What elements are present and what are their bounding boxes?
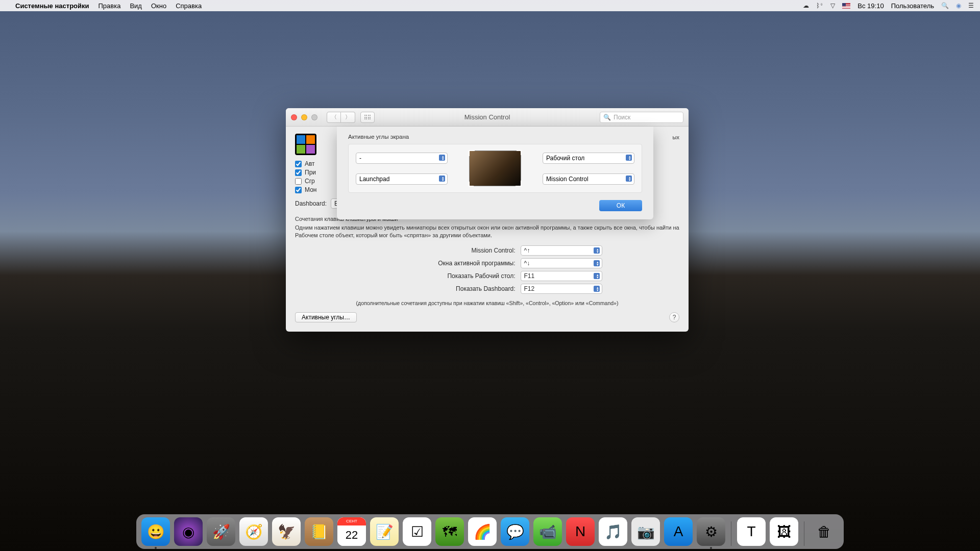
app-menu[interactable]: Системные настройки [15,2,89,10]
checkbox-switch[interactable] [295,169,302,176]
screen-thumbnail [469,151,521,186]
corner-bottom-left-select[interactable]: Launchpad▴▾ [356,173,448,185]
siri-menubar-icon[interactable]: ◉ [956,2,961,9]
help-button[interactable]: ? [669,312,679,322]
shortcut-mission-control-select[interactable]: ^↑▴▾ [521,245,602,256]
checkbox-label: Сгр [305,178,315,185]
cloud-icon[interactable]: ☁ [803,2,809,9]
dock-news[interactable]: N [566,517,595,546]
shortcut-label: Показать Dashboard: [373,285,516,292]
window-title: Mission Control [464,113,510,121]
dock-appstore[interactable]: A [664,517,693,546]
checkbox-label: Авт [305,160,315,167]
shortcut-app-windows-select[interactable]: ^↓▴▾ [521,258,602,268]
bluetooth-icon[interactable]: ᛒ⁰ [816,2,823,9]
dock-separator [804,521,804,546]
dock-safari[interactable]: 🧭 [239,517,268,546]
dock-trash[interactable]: 🗑 [810,517,839,546]
dock-settings[interactable]: ⚙ [697,517,725,546]
dock-facetime[interactable]: 📹 [533,517,562,546]
system-preferences-window: 〈 〉 Mission Control 🔍 Поиск ых Авт При [286,108,689,332]
forward-button[interactable]: 〉 [341,112,355,123]
close-button[interactable] [291,114,297,120]
shortcuts-note: (дополнительные сочетания доступны при н… [295,300,679,306]
sheet-title: Активные углы экрана [348,134,642,140]
dock-maps[interactable]: 🗺 [435,517,464,546]
menu-view[interactable]: Вид [130,2,142,10]
dashboard-label: Dashboard: [295,200,327,207]
hot-corners-sheet: Активные углы экрана -▴▾ Рабочий стол▴▾ … [337,127,653,219]
shortcut-label: Показать Рабочий стол: [373,272,516,280]
dock-mail[interactable]: 🦅 [272,517,301,546]
dock-finder[interactable]: 😀 [141,517,170,546]
window-titlebar[interactable]: 〈 〉 Mission Control 🔍 Поиск [286,108,689,127]
corner-bottom-right-select[interactable]: Mission Control▴▾ [543,173,634,185]
menu-edit[interactable]: Правка [99,2,121,10]
menu-help[interactable]: Справка [176,2,202,10]
dock-screenshot[interactable]: 📷 [631,517,660,546]
corner-top-right-select[interactable]: Рабочий стол▴▾ [543,153,634,164]
shortcut-label: Окна активной программы: [373,260,516,267]
back-button[interactable]: 〈 [327,112,341,123]
dock-contacts[interactable]: 📒 [305,517,333,546]
menubar: Системные настройки Правка Вид Окно Спра… [0,0,980,11]
minimize-button[interactable] [301,114,307,120]
search-placeholder: Поиск [614,114,630,121]
dock-messages[interactable]: 💬 [501,517,529,546]
search-input[interactable]: 🔍 Поиск [600,112,683,123]
dock-textedit[interactable]: T [737,517,766,546]
clock[interactable]: Вс 19:10 [857,2,884,10]
dock-notes[interactable]: 📝 [370,517,399,546]
checkbox-label: При [305,169,316,176]
search-icon: 🔍 [603,114,611,121]
spotlight-icon[interactable]: 🔍 [941,2,949,9]
hot-corners-button[interactable]: Активные углы… [295,312,357,322]
dock-photos[interactable]: 🌈 [468,517,497,546]
zoom-button [311,114,317,120]
dock-siri[interactable]: ◉ [174,517,203,546]
dock-itunes[interactable]: 🎵 [599,517,627,546]
mission-control-icon [295,134,316,155]
menu-window[interactable]: Окно [151,2,166,10]
checkbox-group[interactable] [295,178,302,185]
shortcut-desktop-select[interactable]: F11▴▾ [521,271,602,281]
checkbox-displays[interactable] [295,187,302,193]
dock-reminders[interactable]: ☑ [403,517,431,546]
user-menu[interactable]: Пользователь [891,2,934,10]
shortcut-dashboard-select[interactable]: F12▴▾ [521,284,602,294]
dock: 😀◉🚀🧭🦅📒СЕНТ22📝☑🗺🌈💬📹N🎵📷A⚙T🖼🗑 [136,514,844,549]
ok-button[interactable]: ОК [599,200,642,211]
shortcut-label: Mission Control: [373,247,516,254]
wifi-icon[interactable]: ▽ [830,2,835,9]
dock-calendar[interactable]: СЕНТ22 [337,517,366,546]
checkbox-auto[interactable] [295,161,302,167]
input-source-icon[interactable] [842,3,850,9]
show-all-button[interactable] [360,112,375,123]
shortcuts-info: Одним нажатием клавиши можно увидеть мин… [295,224,679,239]
corner-top-left-select[interactable]: -▴▾ [356,153,448,164]
notification-center-icon[interactable]: ☰ [968,2,974,9]
checkbox-label: Мон [305,186,316,193]
dock-launchpad[interactable]: 🚀 [207,517,235,546]
dock-separator [731,521,731,546]
dock-preview[interactable]: 🖼 [770,517,798,546]
